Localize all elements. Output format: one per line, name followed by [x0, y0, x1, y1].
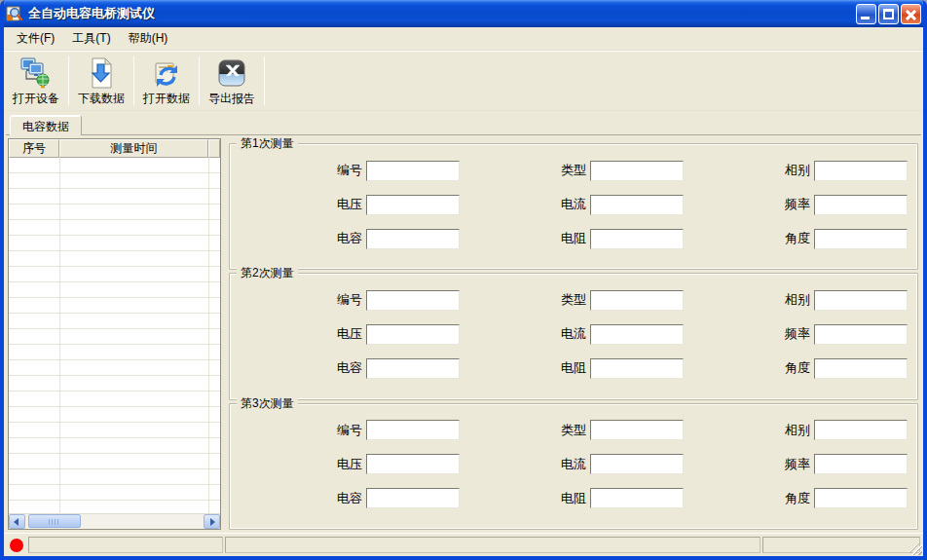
column-header-blank [208, 139, 220, 158]
field-input[interactable] [814, 488, 908, 508]
open-data-button[interactable]: 打开数据 [136, 54, 197, 108]
menu-bar: 文件(F) 工具(T) 帮助(H) [4, 27, 923, 51]
toolbar-button-label: 导出报告 [208, 91, 255, 107]
field-input[interactable] [366, 324, 460, 345]
status-panel-2 [225, 537, 760, 553]
field-input[interactable] [590, 290, 684, 311]
group-title: 第1次测量 [237, 136, 298, 150]
title-bar: 全自动电容电桥测试仪 [0, 0, 927, 27]
field-label: 角度 [785, 490, 810, 507]
export-report-button[interactable]: 导出报告 [202, 54, 262, 108]
field-input[interactable] [590, 488, 684, 508]
field-label: 电容 [337, 490, 362, 507]
open-data-icon [151, 57, 182, 89]
window-title: 全自动电容电桥测试仪 [28, 5, 856, 22]
field-label: 电容 [337, 359, 362, 377]
field-input[interactable] [590, 454, 684, 474]
status-panel-1 [28, 537, 223, 553]
column-header-time[interactable]: 测量时间 [59, 139, 208, 158]
field-label: 电阻 [561, 359, 586, 377]
tab-capacitance-data[interactable]: 电容数据 [10, 115, 82, 135]
column-divider [208, 158, 209, 513]
field-input[interactable] [366, 161, 460, 181]
menu-tools[interactable]: 工具(T) [63, 27, 119, 50]
field-input[interactable] [590, 229, 684, 249]
field-label: 类型 [561, 291, 586, 309]
group-measurement-2: 第2次测量 编号 类型 相别 电压 电流 频率 电容 电阻 角度 [229, 273, 918, 399]
toolbar-separator [68, 56, 69, 105]
group-title: 第3次测量 [237, 396, 298, 410]
field-label: 编号 [337, 162, 362, 179]
tab-strip: 电容数据 [4, 111, 923, 135]
field-label: 电流 [561, 325, 586, 343]
field-label: 电容 [337, 230, 362, 247]
menu-file[interactable]: 文件(F) [8, 27, 63, 50]
field-label: 电阻 [561, 230, 586, 247]
left-arrow-icon [14, 518, 19, 526]
table-body[interactable] [9, 158, 220, 513]
field-label: 电流 [561, 456, 586, 473]
app-magnifier-icon [6, 5, 23, 22]
field-input[interactable] [814, 161, 908, 181]
field-input[interactable] [366, 229, 460, 249]
field-label: 电流 [561, 196, 586, 213]
field-label: 电压 [337, 456, 362, 473]
field-input[interactable] [590, 420, 684, 440]
field-input[interactable] [366, 420, 460, 440]
horizontal-scrollbar[interactable] [9, 513, 220, 529]
field-label: 类型 [561, 162, 586, 179]
resize-grip[interactable] [909, 542, 922, 555]
open-device-icon [20, 57, 52, 89]
status-bar [4, 533, 923, 556]
field-label: 编号 [337, 291, 362, 309]
scroll-right-button[interactable] [204, 514, 220, 529]
measurement-groups: 第1次测量 编号 类型 相别 电压 电流 频率 电容 电阻 角度 第2次测量 编… [229, 138, 918, 530]
field-input[interactable] [814, 324, 908, 345]
field-input[interactable] [366, 290, 460, 311]
field-label: 电压 [337, 196, 362, 213]
field-label: 电阻 [561, 490, 586, 507]
measurement-table: 序号 测量时间 [8, 138, 221, 530]
field-input[interactable] [814, 195, 908, 215]
field-input[interactable] [590, 195, 684, 215]
field-label: 频率 [785, 196, 810, 213]
scrollbar-thumb[interactable] [28, 514, 81, 528]
field-input[interactable] [590, 358, 684, 379]
field-input[interactable] [366, 454, 460, 474]
field-label: 频率 [785, 325, 810, 343]
menu-help[interactable]: 帮助(H) [120, 27, 177, 50]
open-device-button[interactable]: 打开设备 [6, 54, 66, 108]
field-input[interactable] [366, 195, 460, 215]
field-input[interactable] [590, 161, 684, 181]
group-title: 第2次测量 [237, 266, 298, 280]
toolbar-button-label: 打开数据 [143, 91, 190, 107]
toolbar: 打开设备 下载数据 打开数据 [4, 51, 923, 111]
toolbar-separator [264, 56, 265, 105]
field-input[interactable] [814, 420, 908, 440]
field-label: 相别 [785, 162, 810, 179]
field-input[interactable] [366, 488, 460, 508]
maximize-button[interactable] [878, 4, 899, 24]
close-button[interactable] [901, 4, 921, 24]
column-header-index[interactable]: 序号 [9, 139, 59, 158]
connection-status-indicator [10, 539, 23, 552]
scroll-left-button[interactable] [9, 514, 25, 529]
minimize-button[interactable] [856, 4, 876, 24]
field-input[interactable] [814, 229, 908, 249]
table-header-row: 序号 测量时间 [9, 139, 220, 158]
scrollbar-track[interactable] [25, 514, 204, 529]
group-measurement-3: 第3次测量 编号 类型 相别 电压 电流 频率 电容 电阻 角度 [229, 403, 918, 530]
toolbar-button-label: 下载数据 [78, 91, 125, 107]
field-label: 相别 [785, 422, 810, 439]
field-input[interactable] [814, 454, 908, 474]
column-divider [59, 158, 60, 513]
app-window: 全自动电容电桥测试仪 文件(F) 工具(T) 帮助(H) [0, 0, 927, 560]
field-label: 编号 [337, 422, 362, 439]
field-label: 相别 [785, 291, 810, 309]
field-input[interactable] [366, 358, 460, 379]
field-input[interactable] [814, 290, 908, 311]
field-input[interactable] [590, 324, 684, 345]
download-data-button[interactable]: 下载数据 [71, 54, 131, 108]
field-input[interactable] [814, 358, 908, 379]
field-label: 类型 [561, 422, 586, 439]
